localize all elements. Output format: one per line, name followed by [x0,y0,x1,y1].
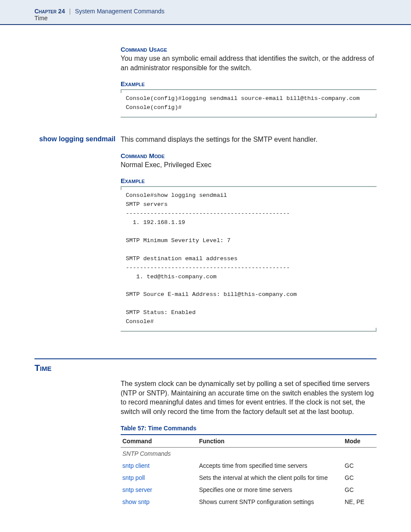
command-name: show logging sendmail [34,135,115,144]
cell-mode: GC [343,472,377,484]
table-caption: Table 57: Time Commands [121,425,377,432]
page: Chapter 24 | System Management Commands … [0,0,411,532]
section-show-logging-sendmail: show logging sendmail This command displ… [34,135,377,337]
cmd-link[interactable]: sntp poll [122,474,145,481]
cmd-link[interactable]: show sntp [122,498,149,505]
cmd-link[interactable]: sntp client [122,462,149,469]
code-example-1: Console(config)#logging sendmail source-… [121,89,377,118]
cell-function: Accepts time from specified time servers [197,460,343,472]
heading-command-mode: Command Mode [121,152,377,159]
th-function: Function [197,435,343,448]
chapter-title: System Management Commands [75,8,165,15]
heading-command-usage: Command Usage [121,46,377,53]
heading-time: Time [34,358,377,373]
table-row: sntp server Specifies one or more time s… [121,484,377,496]
table-row: sntp client Accepts time from specified … [121,460,377,472]
cell-function: Sets the interval at which the client po… [197,472,343,484]
time-commands-table: Command Function Mode SNTP Commands sntp… [121,434,377,508]
section-command-usage: Command Usage You may use an symbolic em… [34,38,377,123]
table-subgroup: SNTP Commands [121,448,377,460]
text-command-mode: Normal Exec, Privileged Exec [121,160,377,170]
cell-function: Specifies one or more time servers [197,484,343,496]
cell-mode: GC [343,460,377,472]
cmd-link[interactable]: sntp server [122,486,152,493]
chapter-label: Chapter 24 [34,8,65,15]
command-description: This command displays the settings for t… [121,135,377,144]
subgroup-label: SNTP Commands [121,448,377,460]
section-time: The system clock can be dynamically set … [34,379,377,508]
chapter-separator: | [69,8,71,15]
table-row: sntp poll Sets the interval at which the… [121,472,377,484]
heading-example: Example [121,80,377,87]
th-command: Command [121,435,197,448]
chapter-line: Chapter 24 | System Management Commands [34,8,377,15]
page-header: Chapter 24 | System Management Commands … [0,0,411,25]
cell-function: Shows current SNTP configuration setting… [197,496,343,508]
text-time-intro: The system clock can be dynamically set … [121,379,377,416]
cell-mode: NE, PE [343,496,377,508]
cell-mode: GC [343,484,377,496]
th-mode: Mode [343,435,377,448]
table-row: show sntp Shows current SNTP configurati… [121,496,377,508]
content: Command Usage You may use an symbolic em… [0,25,411,532]
code-example-2: Console#show logging sendmail SMTP serve… [121,186,377,332]
heading-example: Example [121,177,377,184]
chapter-subhead: Time [34,15,377,22]
text-command-usage: You may use an symbolic email address th… [121,54,377,72]
